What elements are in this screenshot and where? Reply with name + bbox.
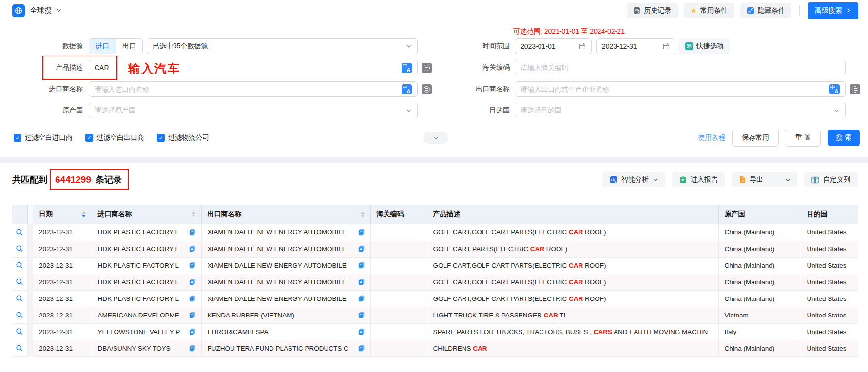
copy-icon[interactable]: [189, 312, 195, 318]
copy-icon[interactable]: [358, 262, 365, 269]
magnifier-icon[interactable]: [16, 311, 23, 319]
exporter-field[interactable]: [521, 85, 829, 93]
copy-icon[interactable]: [358, 312, 365, 318]
magnifier-icon[interactable]: [16, 228, 23, 236]
table-row: 2023-12-31 DBA/SUNNY SKY TOYS FUZHOU TER…: [12, 340, 858, 356]
tutorial-link[interactable]: 使用教程: [698, 133, 725, 142]
reset-button[interactable]: 重 置: [786, 130, 821, 147]
checkbox-checked-icon: ✓: [14, 134, 21, 142]
copy-icon[interactable]: [358, 279, 365, 285]
cell-origin: China (Mainland): [718, 290, 801, 307]
start-date-input[interactable]: [515, 38, 592, 54]
destination-select[interactable]: 请选择目的国: [515, 103, 846, 118]
cell-importer: HDK PLASTIC FACTORY L: [92, 241, 201, 257]
cell-exporter: KENDA RUBBER (VIETNAM): [201, 307, 370, 323]
history-button[interactable]: 历史记录: [627, 3, 678, 18]
magnifier-icon[interactable]: [16, 328, 23, 335]
row-detail-cell: [12, 290, 27, 307]
end-date-value[interactable]: [602, 42, 663, 50]
hide-conditions-button[interactable]: 隐藏条件: [740, 3, 791, 18]
checkbox-filter-logistics[interactable]: ✓ 过滤物流公司: [157, 133, 209, 142]
copy-icon[interactable]: [358, 345, 365, 352]
importer-label: 进口商名称: [0, 85, 89, 93]
command-icon: ⌘: [685, 42, 693, 50]
enter-report-button[interactable]: 进入报告: [672, 172, 725, 187]
cell-hs-code: [370, 224, 427, 241]
importer-input[interactable]: 中A: [89, 81, 418, 97]
quick-options-button[interactable]: ⌘ 快捷选项: [679, 38, 730, 54]
cell-date: 2023-12-31: [33, 290, 92, 307]
expand-form-button[interactable]: [423, 132, 448, 144]
custom-columns-button[interactable]: 自定义列: [804, 172, 858, 187]
copy-icon[interactable]: [189, 328, 195, 335]
fixed-column-gap: [27, 241, 33, 257]
magnifier-icon[interactable]: [16, 295, 23, 302]
importer-field[interactable]: [95, 85, 402, 93]
translate-icon[interactable]: 中A: [829, 84, 840, 94]
end-date-input[interactable]: [596, 38, 675, 54]
hs-code-field[interactable]: [521, 64, 840, 72]
copy-icon[interactable]: [189, 345, 195, 352]
copy-icon[interactable]: [189, 229, 195, 236]
copy-icon[interactable]: [189, 279, 195, 285]
start-date-value[interactable]: [521, 42, 579, 50]
sort-control-importer[interactable]: [192, 211, 195, 217]
exact-match-toggle-icon[interactable]: [422, 84, 432, 94]
checkbox-filter-blank-exporter[interactable]: ✓ 过滤空白出口商: [85, 133, 144, 142]
cell-date: 2023-12-31: [33, 241, 92, 257]
match-prefix: 共匹配到: [12, 174, 47, 186]
save-common-button[interactable]: 保存常用: [732, 130, 779, 147]
origin-placeholder: 请选择原产国: [95, 106, 135, 115]
chevron-down-icon: [433, 135, 439, 141]
advanced-search-button[interactable]: 高级搜索: [808, 2, 858, 19]
translate-icon[interactable]: 中A: [402, 63, 412, 73]
checkbox-filter-blank-importer[interactable]: ✓ 过滤空白进口商: [14, 133, 73, 142]
toggle-export[interactable]: 出口: [116, 39, 142, 54]
copy-icon[interactable]: [358, 229, 365, 236]
export-options-button[interactable]: [778, 172, 797, 187]
magnifier-icon[interactable]: [16, 245, 23, 253]
datasource-select[interactable]: 已选中95个数据源: [147, 38, 418, 54]
fixed-column-gap: [27, 274, 33, 290]
exporter-input[interactable]: 中A: [515, 81, 846, 97]
datasource-label: 数据源: [0, 42, 89, 51]
exact-match-toggle-icon[interactable]: [422, 63, 432, 73]
app-switcher-chevron-down-icon[interactable]: [56, 7, 62, 14]
cell-exporter: XIAMEN DALLE NEW ENERGY AUTOMOBILE: [201, 257, 370, 274]
cell-exporter: FUZHOU TERA FUND PLASTIC PRODUCTS C: [201, 340, 370, 356]
sort-control-exporter[interactable]: [361, 211, 365, 217]
copy-icon[interactable]: [358, 295, 365, 302]
cell-importer: YELLOWSTONE VALLEY P: [92, 323, 201, 340]
row-detail-cell: [12, 257, 27, 274]
copy-icon[interactable]: [358, 245, 365, 252]
copy-icon[interactable]: [358, 328, 365, 335]
checkbox-label: 过滤空白出口商: [96, 133, 144, 142]
origin-select[interactable]: 请选择原产国: [89, 103, 418, 118]
row-detail-cell: [12, 224, 27, 241]
smart-analysis-button[interactable]: BI 智能分析: [602, 172, 665, 187]
hide-conditions-label: 隐藏条件: [758, 6, 785, 15]
copy-icon[interactable]: [189, 262, 195, 269]
topbar: 全球搜 历史记录 ★ 常用条件 隐藏条件 高级搜索: [0, 0, 868, 21]
magnifier-icon[interactable]: [16, 344, 23, 352]
datasource-row: 数据源 进口 出口 已选中95个数据源: [0, 38, 418, 55]
translate-icon[interactable]: 中A: [402, 84, 412, 94]
exact-match-toggle-icon[interactable]: [850, 84, 860, 94]
magnifier-icon[interactable]: [16, 278, 23, 286]
cell-product-desc: GOLF CART PARTS(ELECTRIC CAR ROOF): [427, 241, 718, 257]
sort-control-date[interactable]: [82, 211, 86, 217]
search-button[interactable]: 搜 索: [828, 130, 860, 146]
exporter-label: 出口商名称: [434, 85, 515, 93]
importer-row: 进口商名称 中A: [0, 81, 418, 97]
cell-hs-code: [370, 257, 427, 274]
cell-hs-code: [370, 307, 427, 323]
favorites-button[interactable]: ★ 常用条件: [684, 3, 734, 18]
export-button[interactable]: 导出: [732, 172, 770, 187]
magnifier-icon[interactable]: [16, 261, 23, 269]
hs-code-input[interactable]: [515, 60, 846, 75]
copy-icon[interactable]: [189, 295, 195, 302]
table-row: 2023-12-31 HDK PLASTIC FACTORY L XIAMEN …: [12, 257, 858, 274]
toggle-import[interactable]: 进口: [89, 39, 116, 54]
copy-icon[interactable]: [189, 245, 195, 252]
results-header: 共匹配到 6441299 条记录 BI 智能分析 进入报告 导出: [12, 168, 858, 191]
